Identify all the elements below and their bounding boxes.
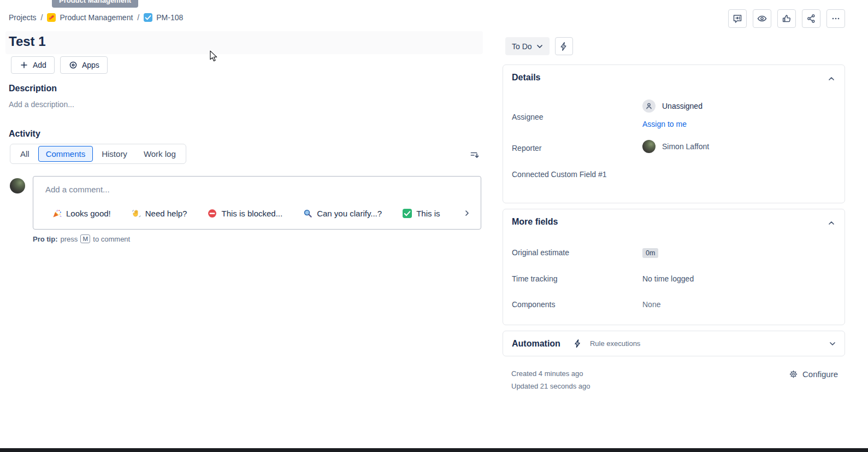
updated-timestamp: Updated 21 seconds ago <box>511 382 591 390</box>
quick-reply-label: Looks good! <box>66 209 111 218</box>
issue-title[interactable]: Test 1 <box>9 34 46 49</box>
chevron-down-icon <box>828 339 837 348</box>
breadcrumb-project-label: Product Management <box>60 13 133 22</box>
more-actions-button[interactable] <box>826 9 845 28</box>
tab-worklog[interactable]: Work log <box>136 146 184 162</box>
issue-toolbar <box>728 9 845 28</box>
chevron-down-icon <box>535 42 544 51</box>
no-entry-icon <box>208 209 217 218</box>
automation-heading: Automation <box>512 339 560 349</box>
screen-bottom-edge <box>0 448 868 452</box>
breadcrumb-projects[interactable]: Projects <box>9 13 37 22</box>
apps-button-label: Apps <box>82 61 99 69</box>
configure-button[interactable]: Configure <box>789 369 838 379</box>
like-button[interactable] <box>777 9 796 28</box>
assignee-label: Assignee <box>512 113 544 121</box>
quick-reply-clarify[interactable]: Can you clarify...? <box>303 209 382 218</box>
automation-quick-button[interactable] <box>555 37 573 55</box>
apps-button[interactable]: Apps <box>60 56 108 74</box>
components-value[interactable]: None <box>642 300 836 309</box>
original-estimate-value[interactable]: 0m <box>642 248 658 258</box>
status-row: To Do <box>505 37 573 55</box>
quick-reply-chips: Looks good! Need help? This is blocked..… <box>52 206 459 221</box>
pro-tip: Pro tip: press M to comment <box>33 234 130 243</box>
description-heading: Description <box>9 84 57 93</box>
breadcrumb-issue[interactable]: PM-108 <box>144 13 183 22</box>
plus-icon <box>19 60 29 70</box>
breadcrumb: Projects / Product Management / PM-108 <box>9 13 183 22</box>
more-fields-heading: More fields <box>512 217 558 227</box>
add-button-label: Add <box>33 61 46 69</box>
tab-all[interactable]: All <box>13 146 37 162</box>
sort-comments-button[interactable] <box>468 148 482 161</box>
quick-replies-next-button[interactable] <box>461 207 473 219</box>
time-tracking-value[interactable]: No time logged <box>642 274 836 283</box>
add-button[interactable]: Add <box>11 56 55 74</box>
assign-to-me-link[interactable]: Assign to me <box>642 120 687 128</box>
assignee-value[interactable]: Unassigned <box>642 99 702 113</box>
breadcrumb-separator: / <box>41 13 43 22</box>
pro-tip-press: press <box>61 235 78 243</box>
automation-subtitle: Rule executions <box>590 339 641 348</box>
quick-reply-need-help[interactable]: Need help? <box>132 209 187 218</box>
status-dropdown[interactable]: To Do <box>505 37 550 55</box>
created-timestamp: Created 4 minutes ago <box>511 369 583 378</box>
reporter-value[interactable]: Simon Laffont <box>642 140 709 153</box>
ellipsis-icon <box>830 13 841 24</box>
current-user-avatar <box>10 178 25 193</box>
keyboard-key-m: M <box>80 234 90 243</box>
magnifier-icon <box>303 209 312 218</box>
lightning-bolt-icon <box>572 338 583 349</box>
waving-hand-icon <box>132 209 141 218</box>
tab-comments[interactable]: Comments <box>38 146 93 162</box>
breadcrumb-issue-key: PM-108 <box>156 13 183 22</box>
reporter-label: Reporter <box>512 144 541 152</box>
reporter-name: Simon Laffont <box>662 142 709 151</box>
quick-reply-looks-good[interactable]: Looks good! <box>52 209 111 218</box>
pro-tip-prefix: Pro tip: <box>33 235 58 243</box>
quick-reply-label: This is blocked... <box>221 209 282 218</box>
quick-reply-label: Can you clarify...? <box>317 209 382 218</box>
comment-box[interactable]: Add a comment... Looks good! Need help? … <box>33 176 481 230</box>
components-row: Components None <box>512 296 836 313</box>
apps-icon <box>68 60 78 70</box>
project-avatar-icon <box>47 13 56 22</box>
watch-button[interactable] <box>753 9 771 28</box>
gear-icon <box>789 369 798 379</box>
quick-reply-label: This is <box>416 209 440 218</box>
details-card: Details Assignee Unassigned Assign to me… <box>503 64 845 203</box>
original-estimate-row: Original estimate 0m <box>512 244 836 261</box>
more-fields-card: More fields Original estimate 0m Time tr… <box>503 209 845 325</box>
task-type-icon <box>144 13 152 22</box>
party-popper-icon <box>52 209 62 218</box>
quick-reply-label: Need help? <box>145 209 187 218</box>
automation-card[interactable]: Automation Rule executions <box>503 331 845 356</box>
sort-descending-icon <box>469 149 480 160</box>
configure-label: Configure <box>802 369 838 379</box>
tab-history[interactable]: History <box>94 146 135 162</box>
details-collapse-button[interactable] <box>826 73 837 84</box>
time-tracking-label: Time tracking <box>512 274 642 283</box>
breadcrumb-project[interactable]: Product Management <box>47 13 133 22</box>
chevron-up-icon <box>827 74 836 83</box>
title-highlight-band <box>5 31 483 54</box>
quick-reply-blocked[interactable]: This is blocked... <box>208 209 282 218</box>
unassigned-person-icon <box>642 99 656 113</box>
reporter-avatar <box>642 140 656 153</box>
more-fields-collapse-button[interactable] <box>826 218 837 228</box>
chevron-right-icon <box>463 209 471 218</box>
project-tooltip: Product Management <box>52 0 138 8</box>
pro-tip-suffix: to comment <box>93 235 130 243</box>
activity-tabs: All Comments History Work log <box>10 144 186 164</box>
components-label: Components <box>512 300 642 309</box>
breadcrumb-separator: / <box>137 13 139 22</box>
comment-placeholder: Add a comment... <box>45 185 110 194</box>
share-button[interactable] <box>802 9 820 28</box>
original-estimate-label: Original estimate <box>512 248 642 257</box>
quick-reply-this-is[interactable]: This is <box>403 209 440 218</box>
feedback-button[interactable] <box>728 9 747 28</box>
eye-icon <box>757 13 767 24</box>
action-bar: Add Apps <box>11 56 108 74</box>
description-placeholder[interactable]: Add a description... <box>9 100 74 109</box>
lightning-bolt-icon <box>558 41 569 52</box>
